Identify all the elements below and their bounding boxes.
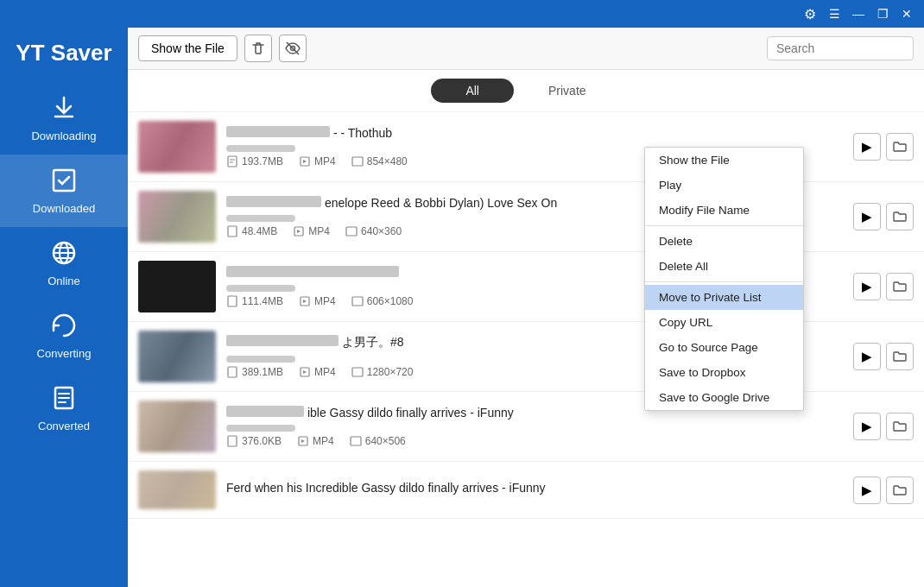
file-resolution: 640×360	[345, 225, 402, 237]
file-title: - - Thothub	[226, 126, 843, 140]
svg-rect-14	[352, 297, 363, 306]
context-delete-all[interactable]: Delete All	[645, 254, 803, 279]
title-blur	[226, 266, 399, 277]
context-save-gdrive[interactable]: Save to Google Drive	[645, 385, 803, 410]
eye-toolbar-button[interactable]	[279, 35, 307, 62]
file-meta: 376.0KB MP4 640×506	[226, 435, 843, 447]
file-rating-bar	[226, 285, 295, 292]
file-format: MP4	[297, 435, 334, 447]
context-save-dropbox[interactable]: Save to Dropbox	[645, 360, 803, 385]
folder-button[interactable]	[886, 477, 914, 504]
table-row: Ferd when his Incredible Gassy dildo fin…	[128, 462, 924, 519]
folder-button[interactable]	[886, 343, 914, 370]
sidebar: YT Saver Downloading Downloaded Online C…	[0, 28, 128, 587]
file-actions: ▶	[853, 343, 914, 370]
context-move-private[interactable]: Move to Private List	[645, 285, 803, 310]
play-button[interactable]: ▶	[853, 203, 881, 230]
title-blur	[226, 335, 339, 346]
main-layout: YT Saver Downloading Downloaded Online C…	[0, 28, 924, 587]
file-title-text: Ferd when his Incredible Gassy dildo fin…	[226, 481, 546, 495]
folder-button[interactable]	[886, 203, 914, 230]
minimize-button[interactable]: —	[848, 3, 869, 24]
file-thumbnail	[138, 470, 216, 509]
close-button[interactable]: ✕	[896, 3, 917, 24]
svg-rect-20	[351, 437, 361, 445]
menu-button[interactable]: ☰	[824, 3, 845, 24]
file-rating-bar	[226, 425, 295, 432]
folder-button[interactable]	[886, 413, 914, 440]
play-button[interactable]: ▶	[853, 133, 881, 161]
svg-rect-9	[228, 226, 237, 237]
context-divider-1	[645, 225, 803, 226]
converted-icon	[50, 384, 78, 416]
title-blur	[226, 406, 304, 417]
table-row: 111.4MB MP4 606×1080 ▶	[128, 252, 924, 322]
sidebar-item-downloaded-label: Downloaded	[33, 202, 95, 215]
toolbar: Show the File	[128, 28, 924, 70]
file-rating-bar	[226, 356, 295, 363]
file-title-text: ible Gassy dildo finally arrives - iFunn…	[307, 406, 514, 420]
file-actions: ▶	[853, 413, 914, 440]
online-icon	[50, 239, 78, 271]
svg-rect-8	[352, 157, 363, 166]
folder-button[interactable]	[886, 133, 914, 161]
sidebar-item-converted[interactable]: Converted	[0, 372, 128, 445]
filter-all-tab[interactable]: All	[431, 79, 514, 103]
table-row: - - Thothub 193.7MB MP4	[128, 112, 924, 182]
file-title-text: よ男子。#8	[342, 335, 404, 349]
file-format: MP4	[299, 295, 336, 307]
svg-rect-17	[352, 368, 363, 376]
sidebar-item-converting[interactable]: Converting	[0, 300, 128, 372]
file-thumbnail	[138, 121, 216, 173]
sidebar-item-downloading-label: Downloading	[31, 129, 96, 142]
file-rating-bar	[226, 145, 295, 152]
play-button[interactable]: ▶	[853, 343, 881, 370]
file-title: Ferd when his Incredible Gassy dildo fin…	[226, 481, 843, 495]
context-show-file[interactable]: Show the File	[645, 148, 803, 173]
play-button[interactable]: ▶	[853, 273, 881, 300]
context-play[interactable]: Play	[645, 173, 803, 198]
file-actions: ▶	[853, 477, 914, 504]
file-thumbnail	[138, 401, 216, 452]
sidebar-item-converting-label: Converting	[37, 347, 92, 360]
file-format: MP4	[293, 225, 330, 237]
context-modify-name[interactable]: Modify File Name	[645, 198, 803, 223]
file-list: - - Thothub 193.7MB MP4	[128, 112, 924, 587]
context-copy-url[interactable]: Copy URL	[645, 310, 803, 335]
file-title-text: - - Thothub	[333, 126, 392, 140]
file-title-text: enelope Reed & Bobbi Dylan) Love Sex On	[325, 196, 557, 210]
context-divider-2	[645, 281, 803, 282]
show-file-button[interactable]: Show the File	[138, 35, 237, 61]
play-button[interactable]: ▶	[853, 413, 881, 440]
context-go-source[interactable]: Go to Source Page	[645, 335, 803, 360]
context-delete[interactable]: Delete	[645, 229, 803, 254]
file-format: MP4	[299, 366, 336, 378]
file-info: ible Gassy dildo finally arrives - iFunn…	[226, 406, 843, 447]
sidebar-item-downloading[interactable]: Downloading	[0, 82, 128, 155]
filter-private-tab[interactable]: Private	[514, 79, 621, 103]
sidebar-item-downloaded[interactable]: Downloaded	[0, 155, 128, 227]
file-actions: ▶	[853, 133, 914, 161]
search-input[interactable]	[767, 36, 914, 60]
delete-toolbar-button[interactable]	[244, 35, 272, 62]
file-size: 48.4MB	[226, 225, 277, 237]
downloaded-icon	[50, 167, 78, 199]
download-icon	[50, 94, 78, 126]
context-menu: Show the File Play Modify File Name Dele…	[644, 147, 804, 411]
title-blur	[226, 196, 321, 207]
sidebar-item-online-label: Online	[47, 275, 80, 287]
play-button[interactable]: ▶	[853, 477, 881, 504]
folder-button[interactable]	[886, 273, 914, 300]
file-resolution: 640×506	[350, 435, 406, 447]
file-actions: ▶	[853, 273, 914, 300]
file-thumbnail	[138, 191, 216, 243]
maximize-button[interactable]: ❐	[872, 3, 893, 24]
file-info: Ferd when his Incredible Gassy dildo fin…	[226, 481, 843, 500]
sidebar-item-online[interactable]: Online	[0, 227, 128, 300]
svg-rect-15	[228, 367, 237, 377]
file-resolution: 1280×720	[351, 366, 414, 378]
title-blur	[226, 126, 330, 137]
gear-icon[interactable]: ⚙	[800, 3, 820, 24]
svg-rect-18	[228, 436, 237, 446]
svg-rect-11	[346, 227, 357, 236]
